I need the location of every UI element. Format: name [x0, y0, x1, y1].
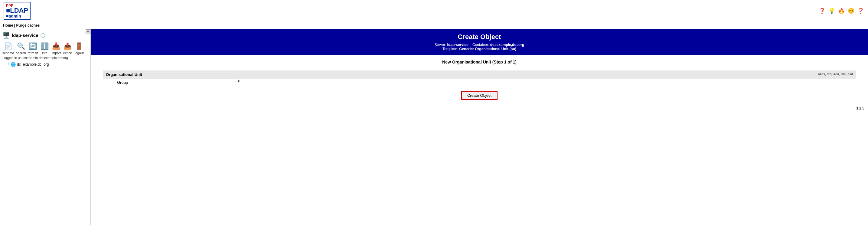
import-icon: 📥: [52, 41, 61, 51]
info-button[interactable]: ℹ️ info: [40, 41, 50, 55]
field-header-row: Organisational Unit alias, required, rdn…: [103, 70, 856, 78]
form-area: New Organisational Unit (Step 1 of 1) Or…: [91, 55, 868, 105]
info-label: info: [42, 51, 48, 55]
logged-in-info: Logged in as: cn=admin,dc=example,dc=org: [2, 56, 88, 60]
import-button[interactable]: 📥 import: [52, 41, 61, 55]
server-title: 🖥️ ldap-service 🕐: [2, 32, 88, 39]
content-subtitle: Server: ldap-service Container: dc=examp…: [94, 43, 864, 51]
logo-ldap-text: ■LDAP: [6, 7, 28, 14]
field-attrs: alias, required, rdn, hint: [169, 70, 856, 78]
tree-globe-icon: 🌐: [10, 62, 16, 67]
container-value-text: dc=example,dc=org: [490, 43, 524, 47]
export-button[interactable]: 📤 export: [63, 41, 72, 55]
refresh-button[interactable]: 🔄 refresh: [28, 41, 38, 55]
nav-home[interactable]: Home: [3, 23, 13, 28]
version-info: 1.2.5: [91, 105, 868, 111]
content-area: Create Object Server: ldap-service Conta…: [91, 29, 868, 225]
header-icons: ❓ 💡 🔥 😊 ❓: [818, 7, 864, 14]
schema-label: schema: [2, 51, 14, 55]
logo-admin-text: ■admin: [6, 14, 28, 19]
schema-button[interactable]: 📄 schema: [2, 41, 14, 55]
logged-in-user: cn=admin,dc=example,dc=org: [23, 56, 68, 60]
field-input-row: *: [103, 78, 856, 86]
clock-icon: 🕐: [40, 33, 45, 38]
sidebar: + 🖥️ ldap-service 🕐 📄 schema 🔍 search 🔄 …: [0, 29, 91, 225]
main-layout: + 🖥️ ldap-service 🕐 📄 schema 🔍 search 🔄 …: [0, 29, 868, 225]
content-title: Create Object: [94, 33, 864, 41]
required-star: *: [238, 79, 240, 85]
app-header: php ■LDAP ■admin ❓ 💡 🔥 😊 ❓: [0, 0, 868, 22]
template-value-text: Generic: Organisational Unit (ou): [459, 47, 516, 51]
refresh-label: refresh: [28, 51, 38, 55]
question-icon[interactable]: ❓: [857, 7, 864, 14]
server-icon: 🖥️: [2, 32, 10, 39]
schema-icon: 📄: [3, 41, 13, 51]
export-icon: 📤: [63, 41, 72, 51]
import-label: import: [52, 51, 61, 55]
field-label: Organisational Unit: [103, 70, 169, 78]
logo: php ■LDAP ■admin: [4, 2, 31, 20]
help-icon[interactable]: ❓: [818, 7, 826, 14]
tree-root-label: dc=example,dc=org: [17, 62, 49, 67]
info2-icon[interactable]: 💡: [828, 7, 835, 14]
toolbar: 📄 schema 🔍 search 🔄 refresh ℹ️ info 📥 im…: [2, 41, 88, 55]
server-label-text: Server:: [435, 43, 446, 47]
fire-icon[interactable]: 🔥: [838, 7, 845, 14]
template-label-text: Template:: [442, 47, 458, 51]
version-label: 1.2.5: [856, 106, 864, 110]
create-object-button[interactable]: Create Object: [461, 91, 497, 100]
search-label: search: [16, 51, 26, 55]
content-header: Create Object Server: ldap-service Conta…: [91, 29, 868, 55]
logout-label: logout: [75, 51, 84, 55]
smiley-icon[interactable]: 😊: [847, 7, 855, 14]
refresh-icon: 🔄: [28, 41, 38, 51]
server-name: ldap-service: [12, 33, 38, 38]
logout-button[interactable]: 🚪 logout: [74, 41, 84, 55]
search-icon: 🔍: [16, 41, 26, 51]
sidebar-expand-button[interactable]: +: [86, 29, 90, 34]
server-value-text: ldap-service: [447, 43, 468, 47]
logo-box: php ■LDAP ■admin: [4, 2, 31, 20]
step-title: New Organisational Unit (Step 1 of 1): [103, 60, 856, 64]
tree-node-connector: └: [7, 63, 9, 66]
search-button[interactable]: 🔍 search: [16, 41, 26, 55]
tree-root[interactable]: └ 🌐 dc=example,dc=org: [2, 61, 88, 67]
nav-purge-caches[interactable]: Purge caches: [16, 23, 40, 28]
logout-icon: 🚪: [74, 41, 84, 51]
navbar: Home | Purge caches: [0, 22, 868, 29]
logged-in-label: Logged in as:: [2, 56, 22, 60]
organisational-unit-input[interactable]: [115, 78, 236, 86]
export-label: export: [63, 51, 72, 55]
container-label-text: Container:: [472, 43, 489, 47]
submit-row: Create Object: [103, 91, 856, 100]
info-icon: ℹ️: [40, 41, 50, 51]
